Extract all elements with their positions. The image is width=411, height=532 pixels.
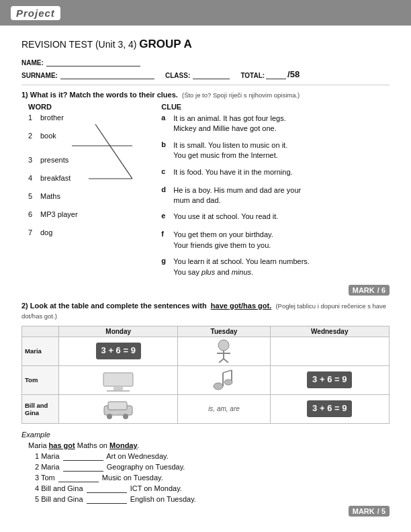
svg-line-7 <box>224 359 228 363</box>
fill-blank-3 <box>58 474 99 482</box>
car-icon <box>100 396 136 420</box>
clue-item: f You get them on your birthday.Your fri… <box>161 230 390 251</box>
q2-table: Monday Tuesday Wednesday Maria 3 + 6 = 9 <box>21 326 390 424</box>
q1-question: 1) What is it? Match the words to their … <box>21 91 178 99</box>
title-prefix: REVISION TEST (Unit 3, 4) <box>21 39 139 50</box>
q1-mark-value: / 6 <box>377 286 385 294</box>
q2-highlighted: have got/has got. <box>211 302 271 310</box>
name-label: NAME: <box>21 59 44 66</box>
test-title: REVISION TEST (Unit 3, 4) GROUP A <box>21 38 390 51</box>
fill-item-2: 2 Maria Geography on Tuesday. <box>21 463 390 472</box>
surname-label: SURNAME: <box>21 72 58 79</box>
q2-mark-label: MARK <box>353 507 375 515</box>
project-logo: Project <box>11 6 60 20</box>
clue-item: e You use it at school. You read it. <box>161 212 390 224</box>
clue-item: g You learn it at school. You learn numb… <box>161 257 390 277</box>
surname-field <box>60 71 154 79</box>
word-column: WORD 1brother 2book 3presents 4breakfast… <box>21 103 161 283</box>
word-item: 5Maths <box>28 192 161 204</box>
music-icon <box>210 367 237 392</box>
table-row: Maria 3 + 6 = 9 <box>22 337 390 365</box>
col-header-wednesday: Wednesday <box>270 326 389 337</box>
q2-mark-value: / 5 <box>377 507 385 515</box>
svg-point-11 <box>214 383 223 390</box>
svg-rect-17 <box>108 402 127 410</box>
maria-wednesday <box>270 337 389 365</box>
clue-item: b It is small. You listen to music on it… <box>161 140 390 161</box>
total-value: /58 <box>287 69 300 79</box>
total-dashes <box>266 71 286 79</box>
word-item: 2book <box>28 132 161 144</box>
tom-monday <box>59 365 178 394</box>
example-sentence: Maria has got Maths on Monday. <box>21 441 390 449</box>
monday-icon <box>100 367 136 392</box>
q1-header: 1) What is it? Match the words to their … <box>21 91 390 99</box>
q1-mark-label: MARK <box>353 286 375 294</box>
example-label: Example <box>21 431 390 439</box>
svg-rect-8 <box>103 373 133 386</box>
q2-question: 2) Look at the table and complete the se… <box>21 302 207 310</box>
word-item: 1brother <box>28 114 161 126</box>
tom-wednesday: 3 + 6 = 9 <box>270 365 389 394</box>
fill-item-4: 4 Bill and Gina ICT on Monday. <box>21 484 390 493</box>
tuesday-icon <box>207 339 240 363</box>
table-row: Tom <box>22 365 390 394</box>
q1-wrapper: WORD 1brother 2book 3presents 4breakfast… <box>21 103 390 283</box>
fill-item-3: 3 Tom Music on Tuesday. <box>21 474 390 482</box>
class-label: CLASS: <box>165 72 190 79</box>
fill-item-1: 1 Maria Art on Wednesday. <box>21 452 390 461</box>
group-label: GROUP A <box>139 38 191 50</box>
svg-line-6 <box>219 359 224 363</box>
class-field <box>193 71 230 79</box>
svg-point-18 <box>107 414 112 419</box>
fill-item-5: 5 Bill and Gina English on Tuesday. <box>21 495 390 504</box>
bill-monday <box>59 394 178 423</box>
clue-column: CLUE a It is an animal. It has got four … <box>161 103 390 283</box>
fill-blank-4 <box>87 484 127 493</box>
word-item: 6MP3 player <box>28 210 161 222</box>
svg-point-3 <box>218 340 229 351</box>
svg-rect-10 <box>107 390 130 392</box>
word-item: 3presents <box>28 156 161 168</box>
clue-item: d He is a boy. His mum and dad are yourm… <box>161 185 390 206</box>
svg-rect-9 <box>113 386 123 390</box>
col-header-monday: Monday <box>59 326 178 337</box>
q1-cols: WORD 1brother 2book 3presents 4breakfast… <box>21 103 390 283</box>
q2-mark-row: MARK / 5 <box>21 506 390 517</box>
fill-blank-2 <box>63 463 103 472</box>
header-banner: Project <box>0 0 411 26</box>
bill-tuesday: is, am, are <box>178 394 270 423</box>
divider-1 <box>21 85 390 85</box>
name-row: NAME: <box>21 58 390 66</box>
word-col-header: WORD <box>28 103 161 111</box>
tom-tuesday <box>178 365 270 394</box>
fill-blank-5 <box>87 495 127 504</box>
q1-mark-row: MARK / 6 <box>21 285 390 296</box>
word-item: 7dog <box>28 228 161 240</box>
q2-header: 2) Look at the table and complete the se… <box>21 301 390 322</box>
row-label-maria: Maria <box>22 337 59 365</box>
surname-row: SURNAME: CLASS: TOTAL: /58 <box>21 69 390 79</box>
svg-line-13 <box>223 370 232 373</box>
q1-subtitle: (Što je to? Spoji riječi s njihovim opis… <box>182 91 300 99</box>
bill-wednesday: 3 + 6 = 9 <box>270 394 389 423</box>
fill-blank-1 <box>63 452 103 461</box>
col-header-name <box>22 326 59 337</box>
svg-point-19 <box>123 414 128 419</box>
clue-col-header: CLUE <box>161 103 390 111</box>
svg-point-15 <box>224 380 232 385</box>
example-has-got: has got <box>49 441 75 449</box>
total-label: TOTAL: <box>240 72 265 79</box>
q2-mark-badge: MARK / 5 <box>349 506 390 517</box>
col-header-tuesday: Tuesday <box>178 326 270 337</box>
clue-item: a It is an animal. It has got four legs.… <box>161 114 390 134</box>
row-label-bill-gina: Bill andGina <box>22 394 59 423</box>
row-label-tom: Tom <box>22 365 59 394</box>
word-item: 4breakfast <box>28 174 161 186</box>
q1-mark-badge: MARK / 6 <box>349 285 390 296</box>
table-row: Bill andGina is, am, are 3 + 6 = 9 <box>22 394 390 423</box>
name-field <box>46 58 140 66</box>
clue-item: c It is food. You have it in the morning… <box>161 167 390 179</box>
is-am-are-text: is, am, are <box>208 405 240 412</box>
maria-monday: 3 + 6 = 9 <box>59 337 178 365</box>
